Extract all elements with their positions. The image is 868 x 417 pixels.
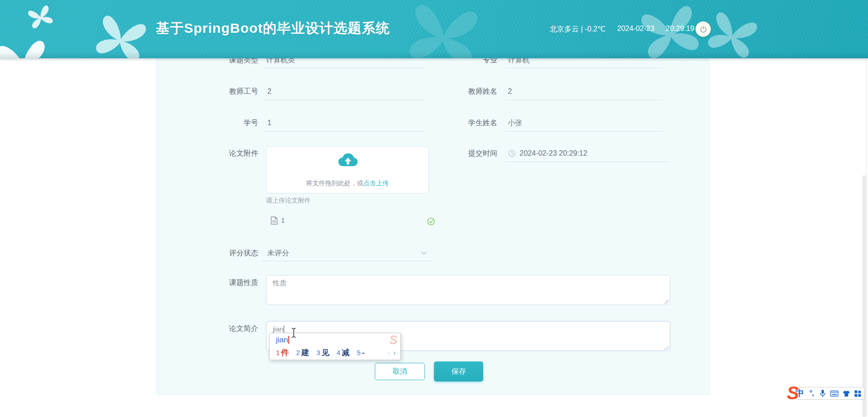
input-underline	[263, 68, 424, 68]
ime-keyboard-button[interactable]	[830, 389, 838, 398]
attachment-label: 论文附件	[229, 148, 258, 158]
student-name-label: 学生姓名	[468, 118, 497, 128]
header-bottom-shadow	[0, 52, 868, 58]
ime-paging: ‹ ›	[388, 349, 396, 356]
scrollbar-thumb[interactable]	[862, 175, 866, 417]
page-title: 基于SpringBoot的毕业设计选题系统	[156, 19, 390, 38]
teacher-name-input[interactable]: 2	[508, 86, 512, 97]
topic-nature-value: 性质	[273, 279, 286, 288]
major-label: 专业	[483, 58, 497, 65]
paper-intro-value: jian	[273, 325, 284, 333]
chevron-down-icon[interactable]	[421, 250, 427, 256]
ime-candidate-window: S jian 1件 2建 3见 4减 5- ‹ ›	[269, 333, 401, 360]
document-icon	[271, 216, 278, 225]
input-underline	[505, 100, 663, 100]
topic-nature-label: 课题性质	[229, 278, 258, 288]
student-name-input[interactable]: 小张	[508, 118, 522, 128]
ime-candidate-2[interactable]: 2建	[296, 347, 309, 358]
butterfly-icon	[396, 0, 492, 58]
dropzone-hint-text: 将文件拖到此处，或	[306, 179, 363, 187]
app-header: 基于SpringBoot的毕业设计选题系统 北京多云 | -0.2℃ 2024-…	[0, 0, 868, 58]
click-upload-link[interactable]: 点击上传	[363, 179, 389, 187]
student-id-label: 学号	[244, 118, 258, 128]
score-status-select[interactable]: 未评分	[267, 248, 289, 258]
topic-type-value[interactable]: 计算机类	[266, 58, 295, 65]
scrollbar-track	[866, 58, 867, 417]
attachment-hint: 请上传论文附件	[266, 197, 311, 205]
uploaded-file-name: 1	[281, 216, 285, 224]
weather-text: 北京多云 | -0.2℃	[550, 25, 606, 34]
power-icon	[700, 25, 707, 33]
input-underline	[505, 131, 663, 132]
input-underline	[263, 131, 424, 132]
keyboard-icon	[830, 391, 838, 397]
save-button[interactable]: 保存	[434, 361, 483, 381]
teacher-name-label: 教师姓名	[468, 86, 497, 97]
topic-nature-textarea[interactable]: 性质	[266, 275, 670, 305]
resize-handle[interactable]	[664, 299, 669, 304]
submit-time-label: 提交时间	[468, 148, 497, 158]
major-value[interactable]: 计算机	[508, 58, 530, 65]
form-card: 课题类型 计算机类 专业 计算机 教师工号 2 教师姓名 2 学号 1 学生姓名…	[156, 58, 710, 395]
teacher-id-label: 教师工号	[229, 86, 258, 97]
ime-prev-page-icon[interactable]: ‹	[388, 349, 390, 356]
date-text: 2024-02-23	[617, 25, 654, 33]
ime-microphone-button[interactable]	[819, 389, 826, 398]
ime-candidate-list: 1件 2建 3见 4减 5- ‹ ›	[276, 347, 396, 358]
ime-candidate-1[interactable]: 1件	[276, 347, 289, 358]
ime-candidate-5[interactable]: 5-	[357, 348, 364, 357]
cancel-button[interactable]: 取消	[375, 363, 425, 380]
paper-intro-label: 论文简介	[229, 324, 258, 334]
input-underline	[505, 68, 663, 68]
grid-icon	[854, 390, 861, 397]
ime-candidate-3[interactable]: 3见	[317, 347, 329, 358]
sogou-ime-logo[interactable]: S	[783, 383, 802, 402]
ime-next-page-icon[interactable]: ›	[393, 349, 396, 356]
time-text: 20:29:19	[666, 25, 694, 33]
clock-icon	[508, 150, 516, 157]
text-caret	[284, 325, 284, 333]
upload-success-icon	[427, 218, 435, 225]
shirt-icon	[842, 390, 850, 397]
cloud-upload-icon	[337, 153, 359, 170]
teacher-id-input[interactable]: 2	[267, 86, 271, 97]
submit-time-input[interactable]: 2024-02-23 20:29:12	[520, 148, 587, 158]
resize-handle[interactable]	[664, 345, 669, 350]
input-underline	[505, 162, 670, 162]
ime-toolbar: 中 °,	[795, 387, 864, 400]
logout-power-button[interactable]	[695, 21, 711, 37]
student-id-input[interactable]: 1	[267, 118, 271, 128]
ime-caret	[288, 336, 289, 344]
ime-candidate-4[interactable]: 4减	[337, 347, 349, 358]
topic-type-label: 课题类型	[229, 58, 258, 65]
ime-skin-button[interactable]	[842, 389, 850, 398]
dropzone-hint: 将文件拖到此处，或点击上传	[266, 179, 429, 188]
microphone-icon	[820, 389, 826, 398]
ime-punctuation-button[interactable]: °,	[808, 389, 815, 398]
ime-toolbox-button[interactable]	[854, 389, 861, 398]
sogou-watermark: S	[389, 333, 398, 347]
input-underline	[263, 100, 424, 100]
uploaded-file-item[interactable]: 1	[268, 215, 432, 228]
score-status-label: 评分状态	[229, 248, 258, 258]
input-underline	[263, 261, 433, 261]
ime-composition: jian	[276, 336, 289, 345]
